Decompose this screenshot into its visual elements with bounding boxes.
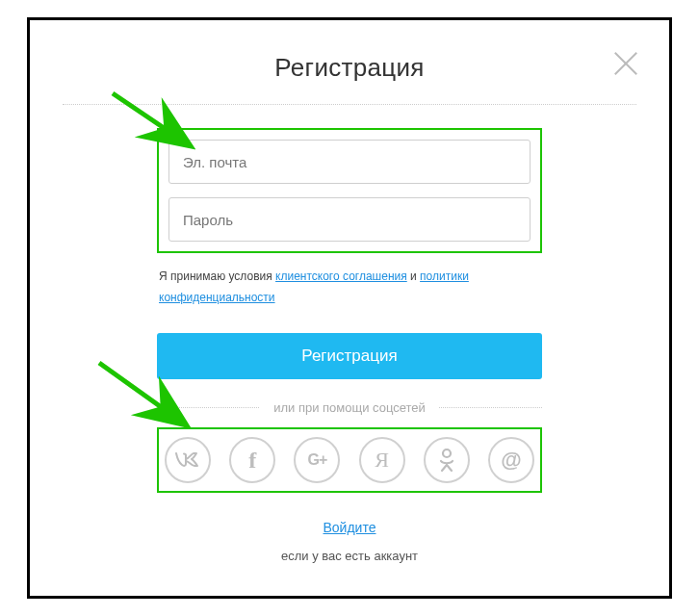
close-button[interactable]	[611, 49, 640, 78]
page-title: Регистрация	[30, 53, 669, 83]
social-mailru-button[interactable]: @	[488, 437, 534, 483]
close-icon	[611, 49, 640, 78]
social-google-button[interactable]: G+	[294, 437, 340, 483]
submit-button[interactable]: Регистрация	[157, 333, 542, 379]
password-field[interactable]	[168, 197, 531, 242]
svg-point-2	[443, 449, 451, 457]
social-yandex-button[interactable]: Я	[359, 437, 405, 483]
social-divider-label: или при помощи соцсетей	[260, 400, 439, 415]
terms-text: Я принимаю условия клиентского соглашени…	[157, 267, 542, 308]
footer-text: если у вас есть аккаунт	[157, 549, 542, 563]
terms-link-agreement[interactable]: клиентского соглашения	[275, 270, 407, 283]
form-container: Я принимаю условия клиентского соглашени…	[157, 128, 542, 563]
mailru-icon: @	[501, 448, 521, 473]
login-link[interactable]: Войдите	[157, 520, 542, 535]
yandex-icon: Я	[375, 448, 389, 473]
highlight-social: f G+ Я @	[157, 427, 542, 493]
vk-icon	[175, 452, 200, 468]
terms-prefix: Я принимаю условия	[159, 270, 275, 283]
social-divider: или при помощи соцсетей	[157, 398, 542, 416]
social-ok-button[interactable]	[424, 437, 470, 483]
google-plus-icon: G+	[307, 451, 326, 469]
terms-mid: и	[407, 270, 420, 283]
odnoklassniki-icon	[439, 448, 454, 473]
email-field[interactable]	[168, 140, 531, 184]
highlight-inputs	[157, 128, 542, 253]
social-facebook-button[interactable]: f	[229, 437, 275, 483]
facebook-icon: f	[248, 448, 256, 474]
social-vk-button[interactable]	[165, 437, 211, 483]
divider-top	[63, 104, 636, 105]
modal-window: Регистрация Я принимаю условия клиентско…	[27, 17, 672, 599]
